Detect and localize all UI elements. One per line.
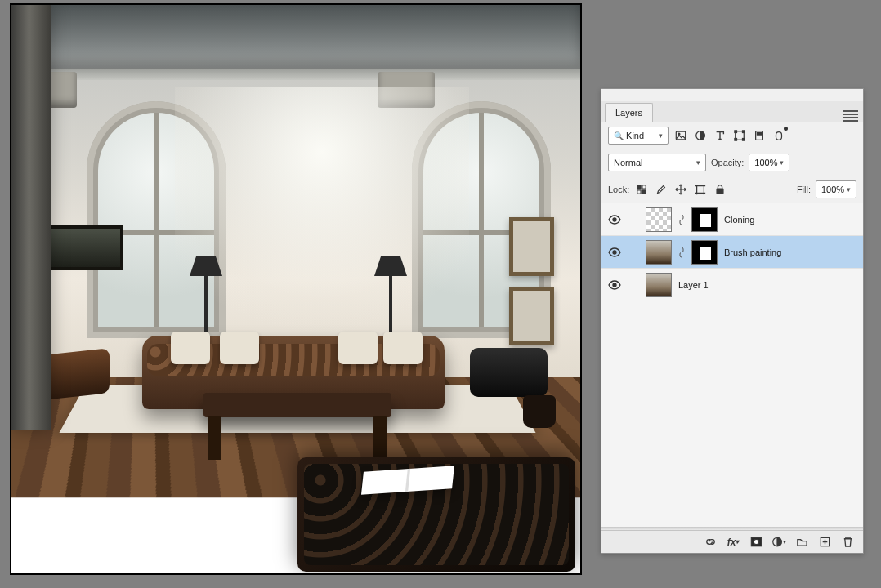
lock-position-icon[interactable] [673,182,688,197]
lock-all-icon[interactable] [713,182,727,197]
filter-type-icon[interactable] [713,128,727,143]
layer-row[interactable]: Cloning [601,203,863,236]
panel-tabs: Layers [601,101,863,122]
fill-input[interactable]: 100%▾ [816,180,856,198]
filter-adjust-icon[interactable] [693,128,708,143]
fill-label: Fill: [797,185,811,194]
filter-kind-label: Kind [626,131,644,140]
svg-point-17 [613,218,616,221]
layers-panel: Layers 🔍 Kind ▾ Normal▾ Opacity: 100%▾ L… [601,88,864,554]
svg-rect-12 [642,185,646,189]
fill-value: 100% [821,185,844,194]
layers-list: CloningBrush paintingLayer 1 [601,203,863,527]
svg-rect-7 [743,139,745,141]
trash-icon[interactable] [840,535,855,550]
blend-row: Normal▾ Opacity: 100%▾ [601,149,863,176]
svg-rect-9 [757,133,761,136]
opacity-value: 100% [754,158,777,167]
layer-mask-thumbnail[interactable] [691,207,718,232]
svg-rect-10 [776,132,782,140]
filter-shape-icon[interactable] [732,128,747,143]
blend-mode-select[interactable]: Normal▾ [608,154,706,172]
panel-menu-icon[interactable] [843,110,858,122]
lock-pixels-icon[interactable] [634,182,649,197]
layer-thumbnail[interactable] [646,273,672,297]
link-layers-icon[interactable] [703,535,718,550]
group-icon[interactable] [794,535,809,550]
svg-point-18 [613,251,616,254]
opacity-label: Opacity: [711,158,744,167]
visibility-toggle-icon[interactable] [608,278,621,292]
svg-rect-11 [637,185,641,189]
blend-mode-value: Normal [614,158,642,167]
svg-rect-15 [697,186,704,194]
filter-image-icon[interactable] [673,128,688,143]
svg-rect-16 [717,189,723,194]
svg-point-21 [754,539,758,544]
lock-row: Lock: Fill: 100%▾ [601,176,863,203]
svg-rect-14 [642,190,646,194]
layer-thumbnail[interactable] [646,207,672,232]
filter-row: 🔍 Kind ▾ [601,122,863,149]
svg-rect-5 [743,131,745,133]
visibility-toggle-icon[interactable] [608,246,621,259]
mask-link-icon[interactable] [678,214,685,225]
lock-label: Lock: [608,185,629,194]
tab-layers[interactable]: Layers [605,103,653,122]
visibility-toggle-icon[interactable] [608,213,621,226]
svg-point-19 [613,283,616,287]
filter-kind-select[interactable]: 🔍 Kind ▾ [608,127,669,145]
layer-mask-thumbnail[interactable] [691,240,718,265]
lock-brush-icon[interactable] [654,182,669,197]
filter-smart-icon[interactable] [752,128,767,143]
mask-link-icon[interactable] [678,247,685,258]
svg-rect-13 [637,190,641,194]
layer-thumbnail[interactable] [646,240,672,265]
svg-rect-0 [676,131,685,140]
svg-rect-4 [735,131,737,133]
filter-toggle-icon[interactable] [771,128,786,143]
document-canvas[interactable] [10,3,582,575]
opacity-input[interactable]: 100%▾ [749,154,789,172]
layer-name[interactable]: Layer 1 [678,280,709,290]
rendered-image [11,5,580,573]
new-layer-icon[interactable] [817,535,832,550]
panel-footer: fx▾ ▾ [601,530,863,553]
add-mask-icon[interactable] [749,535,763,550]
layer-row[interactable]: Layer 1 [601,269,863,301]
svg-point-1 [678,133,680,135]
lock-artboard-icon[interactable] [693,182,708,197]
layer-row[interactable]: Brush painting [601,236,863,269]
layer-name[interactable]: Brush painting [724,247,781,257]
fx-icon[interactable]: fx▾ [726,535,740,550]
layer-name[interactable]: Cloning [724,215,754,225]
svg-rect-6 [735,139,737,141]
adjustment-layer-icon[interactable]: ▾ [771,535,786,550]
